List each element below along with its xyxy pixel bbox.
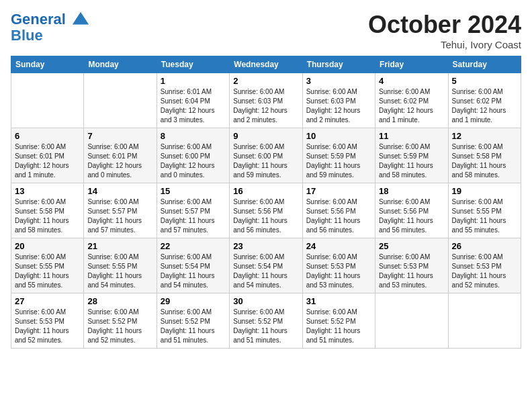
calendar-cell: 24Sunrise: 6:00 AM Sunset: 5:53 PM Dayli… [302,238,375,293]
day-number: 15 [161,186,226,196]
title-block: October 2024 Tehui, Ivory Coast [368,11,521,50]
calendar-cell: 15Sunrise: 6:00 AM Sunset: 5:57 PM Dayli… [157,183,229,238]
calendar-cell: 16Sunrise: 6:00 AM Sunset: 5:56 PM Dayli… [230,183,302,238]
day-info: Sunrise: 6:00 AM Sunset: 5:57 PM Dayligh… [161,197,226,235]
calendar-cell [375,293,448,349]
day-info: Sunrise: 6:00 AM Sunset: 5:52 PM Dayligh… [233,308,298,345]
day-number: 8 [161,131,226,141]
day-info: Sunrise: 6:00 AM Sunset: 5:55 PM Dayligh… [452,197,517,235]
calendar-cell: 4Sunrise: 6:00 AM Sunset: 6:02 PM Daylig… [375,73,448,128]
calendar-cell: 10Sunrise: 6:00 AM Sunset: 5:59 PM Dayli… [302,128,375,183]
calendar-table: SundayMondayTuesdayWednesdayThursdayFrid… [11,56,521,349]
day-number: 20 [15,241,80,251]
day-info: Sunrise: 6:00 AM Sunset: 5:58 PM Dayligh… [15,197,80,235]
calendar-week-row: 13Sunrise: 6:00 AM Sunset: 5:58 PM Dayli… [11,183,521,238]
day-number: 27 [15,296,80,306]
calendar-cell: 27Sunrise: 6:00 AM Sunset: 5:53 PM Dayli… [11,293,84,349]
day-info: Sunrise: 6:00 AM Sunset: 5:54 PM Dayligh… [233,253,298,290]
day-number: 21 [87,241,152,251]
day-number: 26 [452,241,517,251]
calendar-cell: 3Sunrise: 6:00 AM Sunset: 6:03 PM Daylig… [302,73,375,128]
day-info: Sunrise: 6:00 AM Sunset: 5:53 PM Dayligh… [379,253,444,290]
calendar-cell: 9Sunrise: 6:00 AM Sunset: 6:00 PM Daylig… [230,128,302,183]
page-header: General Blue October 2024 Tehui, Ivory C… [11,11,521,50]
calendar-cell: 29Sunrise: 6:00 AM Sunset: 5:52 PM Dayli… [157,293,229,349]
day-number: 10 [306,131,371,141]
day-info: Sunrise: 6:01 AM Sunset: 6:04 PM Dayligh… [161,87,226,125]
day-number: 7 [87,131,152,141]
day-number: 25 [379,241,444,251]
day-number: 5 [452,76,517,86]
day-info: Sunrise: 6:00 AM Sunset: 6:03 PM Dayligh… [306,87,371,125]
day-number: 28 [87,296,152,306]
calendar-header-row: SundayMondayTuesdayWednesdayThursdayFrid… [11,56,521,73]
weekday-header: Saturday [448,56,521,73]
day-number: 19 [452,186,517,196]
day-info: Sunrise: 6:00 AM Sunset: 6:03 PM Dayligh… [233,87,298,125]
day-info: Sunrise: 6:00 AM Sunset: 5:54 PM Dayligh… [161,253,226,290]
calendar-cell: 12Sunrise: 6:00 AM Sunset: 5:58 PM Dayli… [448,128,521,183]
calendar-cell: 6Sunrise: 6:00 AM Sunset: 6:01 PM Daylig… [11,128,84,183]
day-number: 2 [233,76,298,86]
calendar-cell: 17Sunrise: 6:00 AM Sunset: 5:56 PM Dayli… [302,183,375,238]
calendar-cell: 2Sunrise: 6:00 AM Sunset: 6:03 PM Daylig… [230,73,302,128]
weekday-header: Friday [375,56,448,73]
day-number: 3 [306,76,371,86]
day-info: Sunrise: 6:00 AM Sunset: 6:02 PM Dayligh… [379,87,444,125]
calendar-cell: 19Sunrise: 6:00 AM Sunset: 5:55 PM Dayli… [448,183,521,238]
day-number: 9 [233,131,298,141]
day-info: Sunrise: 6:00 AM Sunset: 5:56 PM Dayligh… [233,197,298,235]
day-number: 23 [233,241,298,251]
calendar-cell: 18Sunrise: 6:00 AM Sunset: 5:56 PM Dayli… [375,183,448,238]
day-number: 22 [161,241,226,251]
calendar-week-row: 27Sunrise: 6:00 AM Sunset: 5:53 PM Dayli… [11,293,521,349]
day-info: Sunrise: 6:00 AM Sunset: 6:00 PM Dayligh… [161,142,226,180]
day-info: Sunrise: 6:00 AM Sunset: 6:01 PM Dayligh… [15,142,80,180]
day-number: 18 [379,186,444,196]
calendar-cell: 14Sunrise: 6:00 AM Sunset: 5:57 PM Dayli… [84,183,157,238]
logo-icon [71,11,90,30]
calendar-week-row: 20Sunrise: 6:00 AM Sunset: 5:55 PM Dayli… [11,238,521,293]
day-number: 16 [233,186,298,196]
weekday-header: Wednesday [230,56,302,73]
day-info: Sunrise: 6:00 AM Sunset: 5:57 PM Dayligh… [87,197,152,235]
calendar-week-row: 1Sunrise: 6:01 AM Sunset: 6:04 PM Daylig… [11,73,521,128]
day-number: 14 [87,186,152,196]
day-number: 17 [306,186,371,196]
calendar-cell [84,73,157,128]
calendar-cell: 23Sunrise: 6:00 AM Sunset: 5:54 PM Dayli… [230,238,302,293]
day-info: Sunrise: 6:00 AM Sunset: 5:53 PM Dayligh… [306,253,371,290]
day-number: 30 [233,296,298,306]
day-info: Sunrise: 6:00 AM Sunset: 5:53 PM Dayligh… [15,308,80,345]
calendar-cell: 25Sunrise: 6:00 AM Sunset: 5:53 PM Dayli… [375,238,448,293]
weekday-header: Sunday [11,56,84,73]
calendar-cell: 13Sunrise: 6:00 AM Sunset: 5:58 PM Dayli… [11,183,84,238]
day-number: 11 [379,131,444,141]
day-info: Sunrise: 6:00 AM Sunset: 5:55 PM Dayligh… [15,253,80,290]
day-number: 12 [452,131,517,141]
day-info: Sunrise: 6:00 AM Sunset: 6:01 PM Dayligh… [87,142,152,180]
day-info: Sunrise: 6:00 AM Sunset: 5:53 PM Dayligh… [452,253,517,290]
day-info: Sunrise: 6:00 AM Sunset: 5:55 PM Dayligh… [87,253,152,290]
calendar-cell: 26Sunrise: 6:00 AM Sunset: 5:53 PM Dayli… [448,238,521,293]
calendar-cell: 22Sunrise: 6:00 AM Sunset: 5:54 PM Dayli… [157,238,229,293]
day-number: 31 [306,296,371,306]
calendar-cell: 31Sunrise: 6:00 AM Sunset: 5:52 PM Dayli… [302,293,375,349]
calendar-cell: 7Sunrise: 6:00 AM Sunset: 6:01 PM Daylig… [84,128,157,183]
calendar-cell: 5Sunrise: 6:00 AM Sunset: 6:02 PM Daylig… [448,73,521,128]
day-info: Sunrise: 6:00 AM Sunset: 5:56 PM Dayligh… [306,197,371,235]
weekday-header: Thursday [302,56,375,73]
weekday-header: Tuesday [157,56,229,73]
day-info: Sunrise: 6:00 AM Sunset: 6:00 PM Dayligh… [233,142,298,180]
day-number: 6 [15,131,80,141]
day-number: 1 [161,76,226,86]
svg-marker-0 [73,12,89,25]
day-info: Sunrise: 6:00 AM Sunset: 5:56 PM Dayligh… [379,197,444,235]
calendar-body: 1Sunrise: 6:01 AM Sunset: 6:04 PM Daylig… [11,73,521,349]
calendar-cell [448,293,521,349]
day-info: Sunrise: 6:00 AM Sunset: 6:02 PM Dayligh… [452,87,517,125]
day-info: Sunrise: 6:00 AM Sunset: 5:59 PM Dayligh… [379,142,444,180]
day-number: 13 [15,186,80,196]
day-info: Sunrise: 6:00 AM Sunset: 5:52 PM Dayligh… [306,308,371,345]
day-number: 4 [379,76,444,86]
